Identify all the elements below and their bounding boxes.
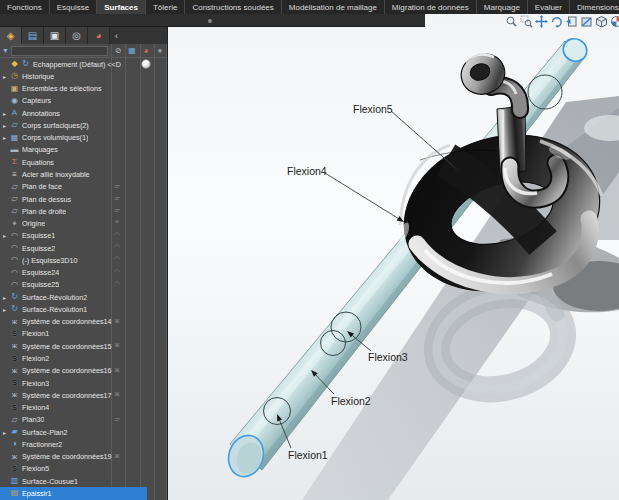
triad-icon: ж — [9, 452, 20, 462]
tree-item-ensembles-de-s-lections[interactable]: ▣Ensembles de sélections — [0, 83, 168, 95]
tree-item-syst-me-de-coordonn-es15[interactable]: жSystème de coordonnées15ж — [0, 340, 168, 352]
annotation-label-flexion5[interactable]: Flexion5 — [353, 103, 393, 115]
graphics-viewport[interactable]: Flexion5Flexion4Flexion3Flexion2Flexion1 — [168, 14, 619, 500]
propertymanager-tab[interactable]: ▤ — [22, 27, 44, 44]
appearance-swatch[interactable] — [141, 59, 151, 69]
expand-arrow-icon[interactable]: ▸ — [0, 134, 9, 141]
tree-item-syst-me-de-coordonn-es19[interactable]: жSystème de coordonnées19ж — [0, 451, 168, 463]
menu-tab-migration-de-donn-es[interactable]: Migration de données — [385, 0, 477, 14]
tree-item-label: Plan30 — [22, 415, 44, 424]
tree-item-esquisse3d10[interactable]: ◠(-) Esquisse3D10◠ — [0, 254, 168, 266]
zoom-area-icon[interactable] — [520, 15, 533, 27]
tree-item-fractionner2[interactable]: ◑Fractionner2 — [0, 438, 168, 450]
menu-tab-esquisse[interactable]: Esquisse — [50, 0, 97, 14]
tree-item-historique[interactable]: ▸◷Historique — [0, 70, 168, 82]
tree-item-esquisse2[interactable]: ◠Esquisse2◠ — [0, 242, 168, 254]
tree-item-echappement-d-faut-d[interactable]: ◆↻Echappement (Défaut) <<D — [0, 58, 168, 70]
menu-tab-constructions-soud-es[interactable]: Constructions soudées — [185, 0, 281, 14]
expand-arrow-icon[interactable]: ▸ — [0, 429, 9, 436]
command-strip-handle[interactable] — [208, 19, 212, 23]
tree-item-label: Equations — [22, 158, 54, 167]
tree-item-flexion4[interactable]: SFlexion4 — [0, 401, 168, 413]
3d-scene[interactable] — [168, 14, 619, 500]
tree-item-acier-alli-inoxydable[interactable]: ≡Acier allié inoxydable — [0, 168, 168, 180]
solidworks-window: FonctionsEsquisseSurfacesTôlerieConstruc… — [0, 0, 619, 500]
menu-tab-t-lerie[interactable]: Tôlerie — [146, 0, 185, 14]
menu-tab-evaluer[interactable]: Evaluer — [528, 0, 570, 14]
mat-icon: ≡ — [9, 170, 20, 180]
tree-item-marquages[interactable]: ▬Marquages — [0, 144, 168, 156]
transparency-column-icon[interactable]: ● — [153, 44, 167, 57]
tree-item-surface-r-volution2[interactable]: ▸↻Surface-Révolution2 — [0, 291, 168, 303]
propertymanager-icon: ▤ — [28, 30, 37, 41]
expand-arrow-icon[interactable]: ▸ — [0, 122, 9, 129]
tree-item-label: Echappement (Défaut) <<D — [33, 60, 121, 69]
annotation-label-flexion4[interactable]: Flexion4 — [287, 165, 327, 177]
tree-item-syst-me-de-coordonn-es16[interactable]: жSystème de coordonnées16ж — [0, 365, 168, 377]
tree-item-plan30[interactable]: ▱Plan30▱ — [0, 414, 168, 426]
appearances-icon[interactable] — [610, 15, 619, 27]
annotation-label-flexion2[interactable]: Flexion2 — [331, 395, 371, 407]
pan-icon[interactable] — [535, 15, 548, 27]
expand-arrow-icon[interactable]: ▸ — [0, 294, 9, 301]
view-orientation-icon[interactable] — [595, 15, 608, 27]
tree-item-esquisse25[interactable]: ◠Esquisse25◠ — [0, 279, 168, 291]
tree-item-flexion2[interactable]: SFlexion2 — [0, 352, 168, 364]
filter-funnel-icon: ▼ — [2, 47, 9, 54]
previous-view-icon[interactable] — [565, 15, 578, 27]
command-strip[interactable] — [0, 14, 425, 27]
tree-item-capteurs[interactable]: ◉Capteurs — [0, 95, 168, 107]
featuremanager-tab[interactable]: ◈ — [0, 27, 22, 44]
tree-item-flexion5[interactable]: SFlexion5 — [0, 463, 168, 475]
tree-item-label: Plan de droite — [22, 207, 66, 216]
panel-collapse-arrow[interactable]: ‹ — [110, 27, 123, 44]
menu-tab-dimensions-mbd[interactable]: Dimensions MBD — [570, 0, 619, 14]
menu-tab-mod-lisation-de-maillage[interactable]: Modélisation de maillage — [282, 0, 385, 14]
tree-item-surface-r-volution1[interactable]: ▸↻Surface-Révolution1 — [0, 303, 168, 315]
tree-item-equations[interactable]: ΣEquations — [0, 156, 168, 168]
dimxpertmanager-tab[interactable]: ◎ — [66, 27, 88, 44]
tree-item-label: Surface-Cousue1 — [22, 477, 78, 486]
tree-item-esquisse24[interactable]: ◠Esquisse24◠ — [0, 267, 168, 279]
tree-item-plan-de-droite[interactable]: ▱Plan de droite▱ — [0, 205, 168, 217]
displaymanager-tab[interactable]: ◕ — [88, 27, 110, 44]
hide-show-column-icon[interactable]: ⊘ — [111, 44, 125, 57]
display-mode-column-icon[interactable]: ▦ — [125, 44, 139, 57]
configurationmanager-tab[interactable]: ▣ — [44, 27, 66, 44]
tree-item-label: Flexion4 — [22, 403, 49, 412]
rotate-view-icon[interactable] — [550, 15, 563, 27]
annotation-label-flexion3[interactable]: Flexion3 — [368, 351, 408, 363]
hidden-item-ghost-icon: ж — [112, 341, 122, 348]
flex-icon: S — [9, 464, 20, 474]
section-view-icon[interactable] — [580, 15, 593, 27]
tree-item-syst-me-de-coordonn-es14[interactable]: жSystème de coordonnées14ж — [0, 316, 168, 328]
tree-item-origine[interactable]: ⌖Origine⌖ — [0, 217, 168, 229]
revolve-icon: ↻ — [9, 304, 20, 314]
expand-arrow-icon[interactable]: ▸ — [0, 110, 9, 117]
menu-tab-surfaces[interactable]: Surfaces — [97, 0, 146, 14]
annotation-label-flexion1[interactable]: Flexion1 — [288, 449, 328, 461]
zoom-fit-icon[interactable] — [505, 15, 518, 27]
expand-arrow-icon[interactable]: ▸ — [0, 232, 9, 239]
menu-tab-fonctions[interactable]: Fonctions — [0, 0, 50, 14]
tree-filter-input[interactable] — [11, 46, 108, 56]
tree-item-esquisse1[interactable]: ▸◠Esquisse1◠ — [0, 230, 168, 242]
tree-item-corps-volumiques-1[interactable]: ▸▦Corps volumiques(1) — [0, 132, 168, 144]
tree-item-plan-de-dessus[interactable]: ▱Plan de dessus▱ — [0, 193, 168, 205]
tree-item-flexion1[interactable]: SFlexion1 — [0, 328, 168, 340]
tree-item-label: Plan de face — [22, 182, 62, 191]
expand-arrow-icon[interactable]: ▸ — [0, 73, 9, 80]
tree-item-corps-surfaciques-2[interactable]: ▸▱Corps surfaciques(2) — [0, 119, 168, 131]
tree-item-label: Flexion2 — [22, 354, 49, 363]
tree-item-annotations[interactable]: ▸AAnnotations — [0, 107, 168, 119]
tree-item-syst-me-de-coordonn-es17[interactable]: жSystème de coordonnées17ж — [0, 389, 168, 401]
tree-item-flexion3[interactable]: SFlexion3 — [0, 377, 168, 389]
hidden-item-ghost-icon: ◠ — [112, 280, 122, 288]
expand-arrow-icon[interactable]: ▸ — [0, 306, 9, 313]
tree-item-surface-plan2[interactable]: ▸▰Surface-Plan2 — [0, 426, 168, 438]
tree-item-epaissir1[interactable]: ▤Epaissir1 — [0, 487, 168, 499]
tree-item-surface-cousue1[interactable]: ▥Surface-Cousue1 — [0, 475, 168, 487]
appearances-column-icon[interactable]: ◕ — [139, 44, 153, 57]
tree-item-plan-de-face[interactable]: ▱Plan de face▱ — [0, 181, 168, 193]
menu-tab-marquage[interactable]: Marquage — [477, 0, 528, 14]
